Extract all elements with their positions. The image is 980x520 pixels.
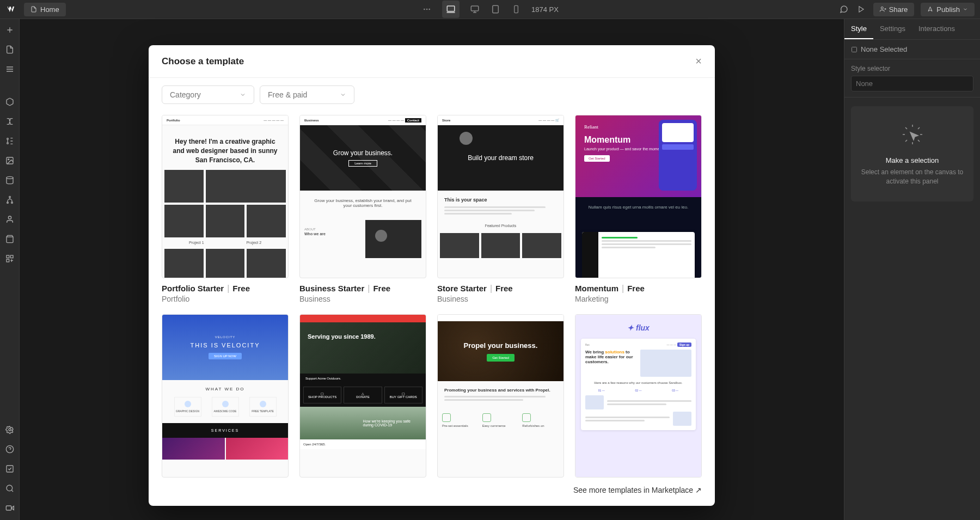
svg-point-17 xyxy=(8,216,11,219)
svg-point-13 xyxy=(7,176,13,179)
svg-point-9 xyxy=(7,138,8,140)
svg-rect-5 xyxy=(493,5,499,13)
home-button[interactable]: Home xyxy=(24,3,66,16)
logic-icon[interactable] xyxy=(4,194,15,205)
template-thumbnail: Portfolio— — — — — Hey there! I'm a crea… xyxy=(162,115,289,278)
template-price: Free xyxy=(373,284,390,293)
modal-overlay: Choose a template × Category Free & paid xyxy=(20,19,844,520)
top-bar: Home 1874 PX Share Publish xyxy=(0,0,980,19)
template-name: Momentum xyxy=(575,284,618,293)
right-panel: Style Settings Interactions None Selecte… xyxy=(844,19,980,520)
more-icon[interactable] xyxy=(421,4,432,15)
assets-icon[interactable] xyxy=(4,155,15,166)
template-thumbnail: VELOCITY THIS IS VELOCITY SIGN UP NOW WH… xyxy=(162,314,289,478)
tablet-icon[interactable] xyxy=(490,4,501,15)
template-category: Business xyxy=(299,295,426,303)
svg-point-0 xyxy=(424,9,425,10)
style-manager-icon[interactable] xyxy=(4,136,15,146)
svg-point-12 xyxy=(8,159,9,160)
video-tutorial-icon[interactable] xyxy=(4,503,15,513)
svg-point-24 xyxy=(7,485,13,491)
desktop-large-icon[interactable] xyxy=(442,1,460,18)
template-card[interactable]: Propel your business.Get Started Promoti… xyxy=(437,314,564,478)
template-thumbnail: ✦ flux flux— — — Sign up We bring soluti… xyxy=(575,314,702,478)
cursor-sparkle-icon xyxy=(899,121,926,148)
desktop-icon[interactable] xyxy=(469,4,480,15)
style-selector-label: Style selector xyxy=(851,65,973,72)
mobile-icon[interactable] xyxy=(511,4,522,15)
template-card[interactable]: VELOCITY THIS IS VELOCITY SIGN UP NOW WH… xyxy=(162,314,289,478)
ecommerce-icon[interactable] xyxy=(4,234,15,244)
users-icon[interactable] xyxy=(4,214,15,225)
navigator-icon[interactable] xyxy=(4,64,15,75)
app-logo-icon xyxy=(5,3,19,16)
template-thumbnail: Reliant Momentum Launch your product — a… xyxy=(575,115,702,278)
svg-rect-6 xyxy=(514,5,518,13)
variables-icon[interactable] xyxy=(4,116,15,127)
close-icon[interactable]: × xyxy=(695,55,702,68)
viewport-size-label: 1874 PX xyxy=(531,5,559,14)
svg-rect-23 xyxy=(7,466,13,472)
template-category: Portfolio xyxy=(162,295,289,303)
help-icon[interactable] xyxy=(4,444,15,455)
empty-state-subtitle: Select an element on the canvas to activ… xyxy=(860,168,965,186)
settings-gear-icon[interactable] xyxy=(4,424,15,435)
category-filter[interactable]: Category xyxy=(162,85,254,104)
audit-check-icon[interactable] xyxy=(4,463,15,474)
template-card[interactable]: Portfolio— — — — — Hey there! I'm a crea… xyxy=(162,115,289,303)
svg-rect-27 xyxy=(852,47,857,52)
empty-state-title: Make a selection xyxy=(860,156,965,164)
share-button[interactable]: Share xyxy=(873,3,915,16)
chevron-down-icon xyxy=(340,91,346,98)
see-more-link[interactable]: See more templates in Marketplace ↗ xyxy=(573,486,702,494)
add-element-icon[interactable] xyxy=(4,25,15,35)
svg-point-8 xyxy=(881,7,883,9)
preview-play-icon[interactable] xyxy=(856,4,867,15)
chevron-down-icon xyxy=(240,91,246,98)
search-icon[interactable] xyxy=(4,483,15,494)
svg-marker-26 xyxy=(11,506,14,510)
modal-title: Choose a template xyxy=(162,56,695,67)
template-category: Marketing xyxy=(575,295,702,303)
template-card[interactable]: Serving you since 1989. Support Acme Out… xyxy=(299,314,426,478)
svg-rect-20 xyxy=(7,259,9,262)
tab-style[interactable]: Style xyxy=(844,19,873,39)
template-modal: Choose a template × Category Free & paid xyxy=(149,45,715,506)
empty-state-card: Make a selection Select an element on th… xyxy=(851,106,973,201)
template-name: Business Starter xyxy=(299,284,364,293)
tab-settings[interactable]: Settings xyxy=(873,19,912,39)
template-name: Store Starter xyxy=(437,284,487,293)
template-price: Free xyxy=(232,284,250,293)
cms-icon[interactable] xyxy=(4,175,15,186)
template-card[interactable]: Store— — — — 🛒 Build your dream store Th… xyxy=(437,115,564,303)
svg-marker-7 xyxy=(859,7,863,13)
publish-button[interactable]: Publish xyxy=(921,3,975,16)
none-selected-row: None Selected xyxy=(851,45,973,53)
svg-rect-25 xyxy=(6,506,11,510)
canvas-area: Choose a template × Category Free & paid xyxy=(20,19,844,520)
style-selector-input[interactable]: None xyxy=(851,76,973,91)
template-card[interactable]: ✦ flux flux— — — Sign up We bring soluti… xyxy=(575,314,702,478)
svg-point-21 xyxy=(9,429,11,431)
template-price: Free xyxy=(627,284,645,293)
left-tool-rail xyxy=(0,19,20,520)
template-thumbnail: Propel your business.Get Started Promoti… xyxy=(437,314,564,478)
apps-icon[interactable] xyxy=(4,253,15,264)
comment-icon[interactable] xyxy=(838,4,849,15)
template-name: Portfolio Starter xyxy=(162,284,224,293)
tab-interactions[interactable]: Interactions xyxy=(912,19,961,39)
price-filter[interactable]: Free & paid xyxy=(260,85,354,104)
svg-rect-19 xyxy=(10,255,13,258)
template-price: Free xyxy=(495,284,513,293)
svg-rect-18 xyxy=(7,255,9,258)
template-thumbnail: Business— — — — Contact Grow your busine… xyxy=(299,115,426,278)
pages-icon[interactable] xyxy=(4,44,15,55)
svg-point-10 xyxy=(7,143,8,144)
template-card[interactable]: Reliant Momentum Launch your product — a… xyxy=(575,115,702,303)
template-thumbnail: Serving you since 1989. Support Acme Out… xyxy=(299,314,426,478)
svg-point-2 xyxy=(428,9,430,10)
svg-rect-3 xyxy=(447,6,455,11)
components-icon[interactable] xyxy=(4,96,15,107)
template-thumbnail: Store— — — — 🛒 Build your dream store Th… xyxy=(437,115,564,278)
template-card[interactable]: Business— — — — Contact Grow your busine… xyxy=(299,115,426,303)
